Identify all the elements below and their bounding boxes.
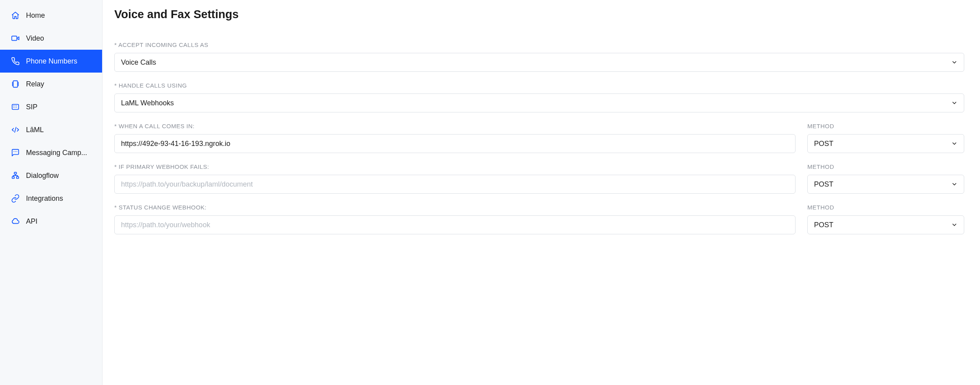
sidebar-item-laml[interactable]: LāML bbox=[0, 118, 102, 141]
select-value: Voice Calls bbox=[121, 58, 156, 67]
sidebar-item-label: Phone Numbers bbox=[26, 57, 77, 65]
sidebar-item-integrations[interactable]: Integrations bbox=[0, 187, 102, 210]
home-icon bbox=[11, 11, 20, 20]
link-icon bbox=[11, 194, 20, 203]
sidebar-item-label: Relay bbox=[26, 80, 44, 88]
chevron-down-icon bbox=[951, 140, 958, 147]
svg-line-11 bbox=[15, 127, 16, 133]
chevron-down-icon bbox=[951, 59, 958, 65]
field-label: * HANDLE CALLS USING bbox=[114, 82, 964, 89]
row-primary-fails: * IF PRIMARY WEBHOOK FAILS: METHOD POST bbox=[114, 163, 964, 194]
sidebar-item-label: LāML bbox=[26, 126, 44, 134]
row-status-change: * STATUS CHANGE WEBHOOK: METHOD POST bbox=[114, 204, 964, 234]
sidebar-item-sip[interactable]: SIP bbox=[0, 95, 102, 118]
chevron-down-icon bbox=[951, 100, 958, 106]
sidebar-item-relay[interactable]: Relay bbox=[0, 73, 102, 95]
field-label: METHOD bbox=[807, 123, 964, 129]
sidebar-item-video[interactable]: Video bbox=[0, 27, 102, 50]
select-value: POST bbox=[814, 140, 833, 148]
sidebar-item-label: Dialogflow bbox=[26, 172, 59, 180]
message-icon bbox=[11, 148, 20, 157]
code-icon bbox=[11, 125, 20, 134]
sidebar-item-label: API bbox=[26, 217, 37, 226]
chevron-down-icon bbox=[951, 181, 958, 187]
select-value: POST bbox=[814, 221, 833, 229]
sidebar-item-home[interactable]: Home bbox=[0, 4, 102, 27]
primary-fails-method-select[interactable]: POST bbox=[807, 175, 964, 194]
select-value: LaML Webhooks bbox=[121, 99, 174, 107]
sidebar: Home Video Phone Numbers Relay SIP LāML bbox=[0, 0, 102, 385]
sip-icon bbox=[11, 103, 20, 111]
relay-icon bbox=[11, 80, 20, 88]
field-label: METHOD bbox=[807, 204, 964, 211]
sidebar-item-label: Messaging Camp... bbox=[26, 149, 87, 157]
primary-fails-input[interactable] bbox=[114, 175, 796, 194]
dialogflow-icon bbox=[11, 171, 20, 180]
field-label: * IF PRIMARY WEBHOOK FAILS: bbox=[114, 163, 796, 170]
field-label: * STATUS CHANGE WEBHOOK: bbox=[114, 204, 796, 211]
call-comes-in-method-select[interactable]: POST bbox=[807, 134, 964, 153]
row-call-comes-in: * WHEN A CALL COMES IN: METHOD POST bbox=[114, 123, 964, 153]
chevron-down-icon bbox=[951, 222, 958, 228]
sidebar-item-label: Home bbox=[26, 11, 45, 20]
sidebar-item-phone-numbers[interactable]: Phone Numbers bbox=[0, 50, 102, 73]
status-change-input[interactable] bbox=[114, 215, 796, 234]
page-title: Voice and Fax Settings bbox=[114, 8, 964, 21]
svg-rect-1 bbox=[13, 81, 18, 88]
svg-rect-4 bbox=[12, 105, 19, 110]
handle-using-select[interactable]: LaML Webhooks bbox=[114, 93, 964, 112]
main-content: Voice and Fax Settings * ACCEPT INCOMING… bbox=[102, 0, 980, 385]
accept-incoming-select[interactable]: Voice Calls bbox=[114, 53, 964, 72]
svg-rect-0 bbox=[12, 36, 17, 41]
sidebar-item-dialogflow[interactable]: Dialogflow bbox=[0, 164, 102, 187]
sidebar-item-label: SIP bbox=[26, 103, 37, 111]
field-label: * WHEN A CALL COMES IN: bbox=[114, 123, 796, 129]
status-change-method-select[interactable]: POST bbox=[807, 215, 964, 234]
select-value: POST bbox=[814, 180, 833, 189]
sidebar-item-messaging-campaigns[interactable]: Messaging Camp... bbox=[0, 141, 102, 164]
sidebar-item-label: Video bbox=[26, 34, 44, 43]
call-comes-in-input[interactable] bbox=[114, 134, 796, 153]
cloud-icon bbox=[11, 217, 20, 226]
field-handle-using: * HANDLE CALLS USING LaML Webhooks bbox=[114, 82, 964, 112]
sidebar-item-label: Integrations bbox=[26, 194, 63, 203]
field-label: METHOD bbox=[807, 163, 964, 170]
video-icon bbox=[11, 34, 20, 43]
sidebar-item-api[interactable]: API bbox=[0, 210, 102, 233]
field-label: * ACCEPT INCOMING CALLS AS bbox=[114, 41, 964, 48]
phone-icon bbox=[11, 57, 20, 65]
field-accept-incoming: * ACCEPT INCOMING CALLS AS Voice Calls bbox=[114, 41, 964, 72]
